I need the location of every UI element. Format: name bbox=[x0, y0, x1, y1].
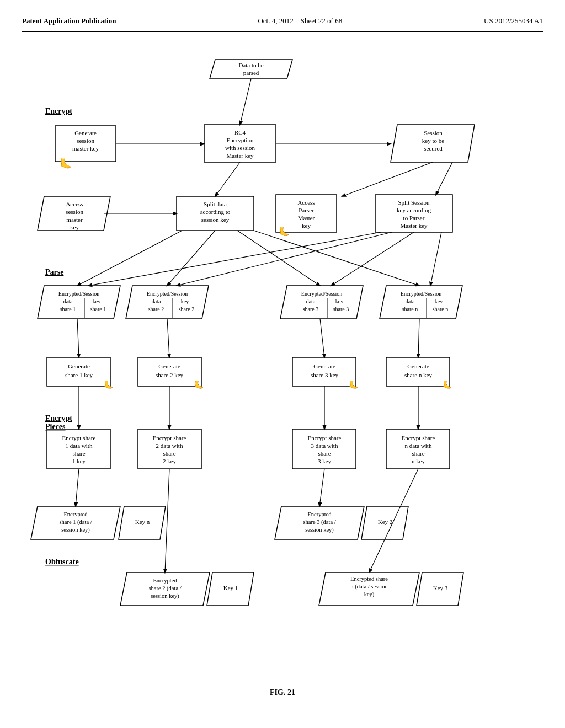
svg-line-130 bbox=[342, 162, 433, 196]
svg-text:share 1: share 1 bbox=[60, 306, 76, 312]
header-sheet: Sheet 22 of 68 bbox=[301, 17, 342, 25]
svg-text:key to be: key to be bbox=[422, 137, 444, 144]
svg-text:Access: Access bbox=[66, 201, 83, 207]
svg-text:Generate: Generate bbox=[158, 363, 180, 370]
header-center: Oct. 4, 2012 Sheet 22 of 68 bbox=[258, 17, 342, 25]
svg-text:data: data bbox=[152, 298, 161, 304]
svg-text:🦶: 🦶 bbox=[279, 227, 290, 237]
svg-line-140 bbox=[77, 319, 79, 357]
header-patent: US 2012/255034 A1 bbox=[484, 17, 543, 25]
svg-text:Encrypted/Session: Encrypted/Session bbox=[147, 291, 188, 297]
svg-text:Encrypted/Session: Encrypted/Session bbox=[301, 291, 342, 297]
svg-text:share n: share n bbox=[402, 306, 418, 312]
svg-line-133 bbox=[167, 231, 215, 286]
svg-text:🦶: 🦶 bbox=[443, 381, 452, 390]
header-divider bbox=[22, 31, 543, 32]
svg-text:Key 1: Key 1 bbox=[223, 585, 238, 591]
svg-text:share 2: share 2 bbox=[179, 306, 195, 312]
svg-text:to Parser: to Parser bbox=[403, 215, 425, 221]
svg-text:Split Session: Split Session bbox=[398, 199, 430, 206]
svg-text:share 3 key: share 3 key bbox=[311, 372, 339, 378]
svg-line-149 bbox=[165, 469, 169, 572]
svg-text:n (data / session: n (data / session bbox=[350, 584, 388, 590]
figure-caption: FIG. 21 bbox=[22, 688, 543, 697]
svg-text:key: key bbox=[302, 222, 311, 229]
svg-text:share 2 (data /: share 2 (data / bbox=[148, 585, 181, 592]
svg-text:session: session bbox=[77, 137, 94, 144]
svg-text:share 3: share 3 bbox=[333, 306, 349, 312]
svg-text:according to: according to bbox=[200, 208, 231, 215]
svg-line-125 bbox=[240, 79, 251, 125]
svg-text:session key: session key bbox=[201, 216, 230, 223]
svg-text:Key 2: Key 2 bbox=[378, 518, 393, 525]
svg-text:share: share bbox=[163, 450, 175, 457]
diagram-area: Data to be parsed Generate session maste… bbox=[22, 43, 543, 677]
svg-line-139 bbox=[430, 232, 441, 286]
svg-text:Master: Master bbox=[298, 215, 315, 221]
svg-text:Encryption: Encryption bbox=[227, 137, 254, 143]
svg-text:Master key: Master key bbox=[400, 222, 428, 229]
svg-text:3 key: 3 key bbox=[318, 458, 332, 464]
svg-text:Key n: Key n bbox=[135, 518, 150, 525]
svg-text:Parser: Parser bbox=[299, 207, 314, 213]
svg-text:Generate: Generate bbox=[74, 130, 97, 136]
svg-text:Pieces: Pieces bbox=[45, 422, 66, 431]
svg-text:parsed: parsed bbox=[243, 69, 259, 76]
svg-line-141 bbox=[167, 319, 169, 357]
svg-text:data: data bbox=[406, 298, 415, 304]
svg-text:session key): session key) bbox=[61, 527, 90, 533]
svg-text:2 data with: 2 data with bbox=[156, 442, 183, 449]
svg-text:key according: key according bbox=[397, 207, 431, 213]
svg-text:share 1: share 1 bbox=[90, 306, 106, 312]
svg-text:Encrypt: Encrypt bbox=[45, 107, 72, 115]
page: Patent Application Publication Oct. 4, 2… bbox=[0, 0, 565, 728]
svg-text:Generate: Generate bbox=[407, 363, 429, 370]
svg-text:n data with: n data with bbox=[405, 442, 432, 449]
svg-text:Generate: Generate bbox=[68, 363, 90, 370]
svg-text:share: share bbox=[412, 450, 424, 457]
svg-text:key: key bbox=[70, 224, 79, 231]
svg-text:3 data with: 3 data with bbox=[311, 442, 338, 449]
svg-text:data: data bbox=[306, 298, 316, 304]
page-header: Patent Application Publication Oct. 4, 2… bbox=[22, 17, 543, 25]
svg-text:with session: with session bbox=[225, 144, 255, 151]
svg-text:Encrypted: Encrypted bbox=[63, 511, 88, 517]
svg-line-132 bbox=[77, 231, 182, 286]
svg-text:Encrypted: Encrypted bbox=[307, 511, 332, 517]
svg-text:key): key) bbox=[364, 591, 375, 598]
svg-text:share 1 (data /: share 1 (data / bbox=[59, 519, 92, 526]
svg-text:🦶: 🦶 bbox=[104, 381, 114, 390]
svg-text:share 2: share 2 bbox=[148, 306, 164, 312]
diagram-svg: Data to be parsed Generate session maste… bbox=[22, 43, 543, 677]
svg-text:secured: secured bbox=[424, 145, 443, 152]
header-date: Oct. 4, 2012 bbox=[258, 17, 293, 25]
svg-text:🦶: 🦶 bbox=[194, 381, 204, 390]
svg-text:Encrypt share: Encrypt share bbox=[153, 435, 186, 441]
svg-text:key: key bbox=[435, 298, 443, 304]
svg-text:Obfuscate: Obfuscate bbox=[45, 558, 79, 566]
svg-text:data: data bbox=[63, 298, 73, 304]
svg-line-138 bbox=[331, 232, 414, 286]
svg-text:share n key: share n key bbox=[404, 372, 433, 378]
svg-line-142 bbox=[320, 319, 324, 357]
svg-text:🦶: 🦶 bbox=[60, 158, 72, 170]
svg-text:share 3 (data /: share 3 (data / bbox=[303, 519, 335, 526]
svg-text:n key: n key bbox=[412, 458, 425, 464]
svg-line-137 bbox=[177, 232, 392, 286]
svg-text:Generate: Generate bbox=[313, 363, 335, 370]
svg-text:Encrypt: Encrypt bbox=[45, 414, 72, 422]
svg-text:Parse: Parse bbox=[45, 268, 63, 276]
svg-text:Master key: Master key bbox=[226, 152, 254, 159]
svg-text:1 key: 1 key bbox=[72, 458, 86, 464]
svg-line-143 bbox=[418, 319, 419, 357]
svg-text:Encrypted/Session: Encrypted/Session bbox=[58, 291, 99, 297]
svg-text:Encrypted/Session: Encrypted/Session bbox=[401, 291, 441, 297]
svg-text:session: session bbox=[66, 208, 83, 215]
svg-text:RC4: RC4 bbox=[234, 129, 246, 136]
svg-text:share 3: share 3 bbox=[303, 306, 319, 312]
svg-text:share 1 key: share 1 key bbox=[65, 372, 93, 378]
svg-text:1 data with: 1 data with bbox=[66, 442, 93, 449]
svg-text:share n: share n bbox=[433, 306, 449, 312]
svg-text:Access: Access bbox=[297, 199, 315, 206]
svg-text:Encrypted share: Encrypted share bbox=[350, 576, 388, 582]
